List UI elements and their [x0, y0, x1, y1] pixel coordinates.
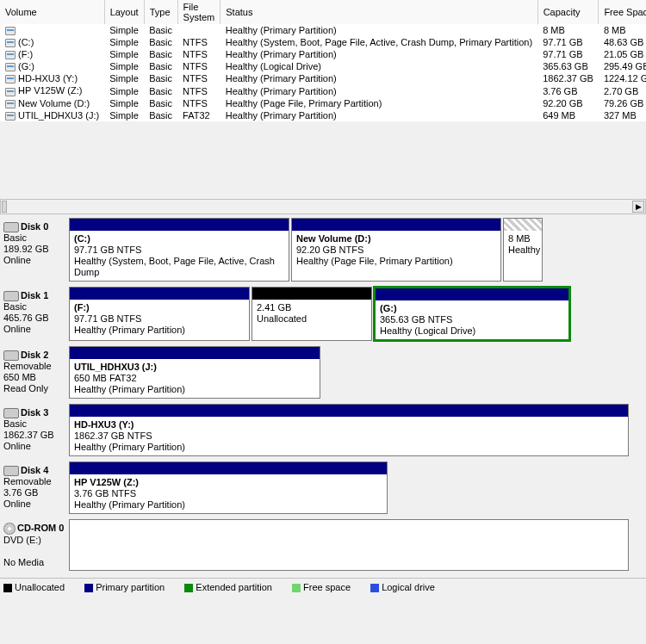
partition[interactable]: (F:)97.71 GB NTFSHealthy (Primary Partit… — [69, 287, 250, 341]
partition-sub: 97.71 GB NTFS — [74, 245, 284, 256]
scroll-right-button[interactable]: ▶ — [632, 201, 644, 213]
disk-icon — [3, 466, 19, 476]
partition-sub: 3.76 GB NTFS — [74, 488, 382, 499]
partition[interactable]: (C:)97.71 GB NTFSHealthy (System, Boot, … — [69, 218, 289, 282]
partition-sub: 2.41 GB — [257, 302, 367, 313]
volume-icon — [5, 63, 16, 71]
table-row[interactable]: (C:)SimpleBasicNTFSHealthy (System, Boot… — [0, 36, 646, 48]
partition-container: (C:)97.71 GB NTFSHealthy (System, Boot, … — [69, 218, 544, 282]
legend-logical: Logical drive — [382, 582, 435, 592]
disk-type: Basic — [3, 301, 27, 312]
volume-layout: Simple — [104, 84, 144, 96]
partition-status: Healthy (Primary Partition) — [74, 499, 382, 511]
partition-body: 8 MBHealthy — [504, 231, 542, 281]
cdrom-partition[interactable] — [69, 519, 629, 571]
partition-sub: 650 MB FAT32 — [74, 373, 315, 384]
partition[interactable]: 2.41 GBUnallocated — [252, 287, 372, 341]
disk-label[interactable]: Disk 1Basic465.76 GBOnline — [2, 287, 69, 341]
volume-icon — [5, 100, 16, 108]
disk-name: Disk 2 — [21, 350, 48, 360]
cdrom-sub: DVD (E:) — [3, 535, 41, 545]
volume-icon — [5, 39, 16, 47]
partition[interactable]: 8 MBHealthy — [503, 218, 543, 282]
scroll-thumb[interactable] — [2, 201, 7, 213]
disk-label[interactable]: Disk 0Basic189.92 GBOnline — [2, 218, 69, 282]
volume-fs: NTFS — [177, 48, 221, 60]
partition-status: Healthy (Primary Partition) — [74, 442, 624, 453]
disk-state: Online — [3, 441, 31, 451]
col-volume[interactable]: Volume — [0, 0, 104, 24]
table-row[interactable]: SimpleBasicHealthy (Primary Partition)8 … — [0, 24, 646, 36]
disk-label[interactable]: Disk 3Basic1862.37 GBOnline — [2, 404, 69, 456]
disk-name: Disk 1 — [21, 290, 48, 300]
volume-status: Healthy (Primary Partition) — [221, 72, 537, 84]
volume-fs: FAT32 — [177, 109, 221, 121]
disk-state: Online — [3, 498, 31, 509]
volume-layout: Simple — [104, 48, 144, 60]
volume-name: (C:) — [18, 37, 34, 47]
partition-title: UTIL_HDHXU3 (J:) — [74, 362, 315, 373]
cdrom-row: CD-ROM 0DVD (E:)No Media — [2, 519, 644, 571]
col-layout[interactable]: Layout — [104, 0, 144, 24]
volume-free: 21.05 GB — [599, 48, 646, 60]
horizontal-scrollbar[interactable]: ▶ — [0, 199, 646, 214]
partition[interactable]: HD-HXU3 (Y:)1862.37 GB NTFSHealthy (Prim… — [69, 404, 629, 456]
partition-sub: 92.20 GB NTFS — [296, 245, 496, 256]
col-filesystem[interactable]: File System — [177, 0, 221, 24]
partition-title: (F:) — [74, 302, 245, 313]
legend-free: Free space — [303, 582, 351, 592]
volume-icon — [5, 112, 16, 121]
col-capacity[interactable]: Capacity — [537, 0, 599, 24]
partition-header — [70, 405, 628, 417]
partition-sub: 97.71 GB NTFS — [74, 313, 245, 325]
disk-row: Disk 4Removable3.76 GBOnlineHP V125W (Z:… — [2, 461, 644, 514]
col-freespace[interactable]: Free Space — [599, 0, 646, 24]
partition-container: (F:)97.71 GB NTFSHealthy (Primary Partit… — [69, 287, 572, 341]
partition[interactable]: New Volume (D:)92.20 GB NTFSHealthy (Pag… — [291, 218, 501, 282]
cdrom-label[interactable]: CD-ROM 0DVD (E:)No Media — [2, 519, 69, 571]
disk-label[interactable]: Disk 2Removable650 MBRead Only — [2, 346, 69, 399]
partition-header — [70, 462, 387, 474]
partition-status: Healthy (Primary Partition) — [74, 384, 315, 395]
cdrom-name: CD-ROM 0 — [17, 523, 64, 533]
disk-map-panel: Disk 0Basic189.92 GBOnline(C:)97.71 GB N… — [0, 214, 646, 578]
volume-free: 2.70 GB — [599, 84, 646, 96]
legend: Unallocated Primary partition Extended p… — [0, 578, 646, 596]
volume-type: Basic — [144, 84, 177, 96]
disk-name: Disk 0 — [21, 221, 48, 232]
disk-size: 465.76 GB — [3, 313, 49, 323]
cdrom-body — [70, 520, 628, 561]
volume-capacity: 92.20 GB — [537, 97, 599, 109]
volume-status: Healthy (Primary Partition) — [221, 109, 537, 121]
volume-status: Healthy (Logical Drive) — [221, 60, 537, 72]
col-type[interactable]: Type — [144, 0, 177, 24]
partition[interactable]: (G:)365.63 GB NTFSHealthy (Logical Drive… — [374, 287, 570, 341]
partition-sub: 8 MB — [508, 233, 537, 245]
volume-capacity: 3.76 GB — [537, 84, 599, 96]
table-row[interactable]: New Volume (D:)SimpleBasicNTFSHealthy (P… — [0, 97, 646, 109]
legend-unallocated: Unallocated — [15, 582, 65, 592]
partition-status: Healthy — [508, 245, 537, 256]
volume-fs: NTFS — [177, 36, 221, 48]
volume-table[interactable]: Volume Layout Type File System Status Ca… — [0, 0, 646, 121]
volume-name: HD-HXU3 (Y:) — [18, 73, 78, 84]
disk-label[interactable]: Disk 4Removable3.76 GBOnline — [2, 461, 69, 514]
partition[interactable]: UTIL_HDHXU3 (J:)650 MB FAT32Healthy (Pri… — [69, 346, 320, 399]
table-row[interactable]: UTIL_HDHXU3 (J:)SimpleBasicFAT32Healthy … — [0, 109, 646, 121]
table-row[interactable]: (G:)SimpleBasicNTFSHealthy (Logical Driv… — [0, 60, 646, 72]
col-status[interactable]: Status — [221, 0, 537, 24]
legend-extended: Extended partition — [196, 582, 272, 592]
partition-title: HD-HXU3 (Y:) — [74, 419, 624, 430]
volume-capacity: 1862.37 GB — [537, 72, 599, 84]
table-row[interactable]: HP V125W (Z:)SimpleBasicNTFSHealthy (Pri… — [0, 84, 646, 96]
partition-header — [504, 219, 542, 231]
partition-body: UTIL_HDHXU3 (J:)650 MB FAT32Healthy (Pri… — [70, 359, 320, 398]
table-row[interactable]: (F:)SimpleBasicNTFSHealthy (Primary Part… — [0, 48, 646, 60]
partition-body: (G:)365.63 GB NTFSHealthy (Logical Drive… — [376, 300, 568, 339]
partition-body: HD-HXU3 (Y:)1862.37 GB NTFSHealthy (Prim… — [70, 417, 628, 455]
volume-status: Healthy (Primary Partition) — [221, 84, 537, 96]
partition[interactable]: HP V125W (Z:)3.76 GB NTFSHealthy (Primar… — [69, 461, 388, 514]
disk-name: Disk 3 — [21, 407, 48, 418]
table-row[interactable]: HD-HXU3 (Y:)SimpleBasicNTFSHealthy (Prim… — [0, 72, 646, 84]
disk-row: Disk 2Removable650 MBRead OnlyUTIL_HDHXU… — [2, 346, 644, 399]
